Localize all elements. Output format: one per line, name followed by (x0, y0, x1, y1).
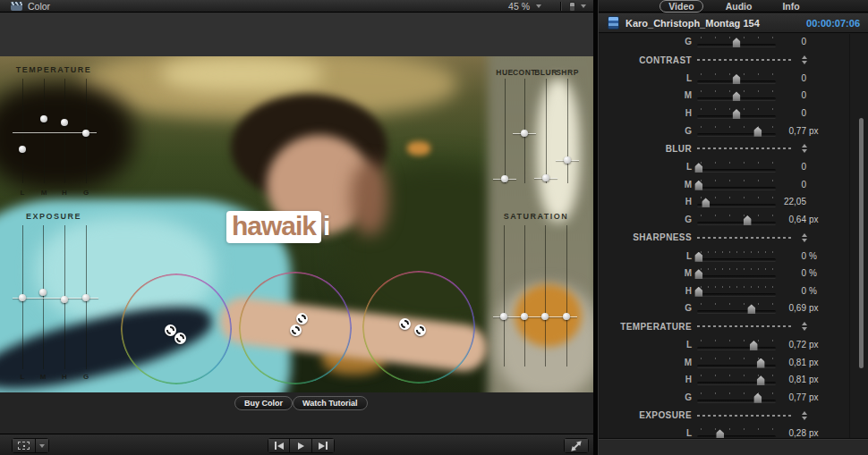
param-value[interactable]: 0,81 (776, 375, 806, 384)
slider-thumb[interactable] (694, 163, 702, 173)
transform-tool-button[interactable] (12, 438, 36, 453)
exposure-handle[interactable] (39, 289, 47, 296)
temperature-handle[interactable] (40, 115, 47, 122)
fullscreen-button[interactable] (564, 438, 589, 453)
color-puck-handle[interactable] (290, 324, 302, 336)
exposure-handle[interactable] (82, 294, 89, 301)
param-value[interactable]: 0,81 (776, 358, 806, 367)
temperature-handle[interactable] (61, 119, 68, 126)
temperature-handle[interactable] (19, 146, 26, 153)
watch-tutorial-button[interactable]: Watch Tutorial (293, 396, 368, 410)
color-puck-handle[interactable] (399, 318, 411, 330)
saturation-handle[interactable] (500, 313, 507, 320)
hue-strip-handle[interactable] (521, 130, 528, 137)
slider-thumb[interactable] (747, 304, 755, 314)
param-slider[interactable] (697, 338, 776, 351)
param-value[interactable]: 0 (776, 286, 806, 296)
saturation-handle[interactable] (521, 313, 528, 320)
saturation-handle[interactable] (563, 313, 570, 320)
section-stepper-icon[interactable] (802, 55, 807, 64)
param-slider[interactable] (697, 266, 776, 280)
param-slider[interactable] (697, 88, 776, 102)
hue-strip-handle[interactable] (542, 174, 549, 181)
param-value[interactable]: 0 (776, 73, 806, 83)
param-slider[interactable] (697, 284, 776, 298)
buy-color-button[interactable]: Buy Color (234, 396, 293, 410)
param-value[interactable]: 0 (776, 268, 806, 278)
param-section-header[interactable]: TEMPERATURE (599, 317, 868, 336)
slider-thumb[interactable] (694, 269, 702, 279)
param-slider[interactable] (697, 35, 776, 48)
param-value[interactable]: 0,77 (776, 392, 806, 402)
param-value[interactable]: 0 (776, 90, 806, 100)
slider-thumb[interactable] (733, 74, 741, 84)
clip-timecode[interactable]: 00:00:07:06 (806, 18, 860, 29)
param-slider[interactable] (697, 195, 776, 208)
param-slider[interactable] (697, 249, 776, 263)
slider-thumb[interactable] (757, 375, 765, 385)
param-slider[interactable] (697, 373, 776, 386)
previous-frame-button[interactable] (268, 438, 290, 453)
param-slider[interactable] (697, 124, 776, 138)
param-slider[interactable] (697, 160, 776, 173)
hue-strip-handle[interactable] (564, 156, 571, 164)
slider-thumb[interactable] (702, 198, 710, 207)
param-slider[interactable] (697, 426, 776, 438)
scrollbar-thumb[interactable] (859, 118, 864, 368)
slider-thumb[interactable] (733, 38, 741, 47)
color-puck-handle[interactable] (165, 324, 176, 336)
tab-video[interactable]: Video (660, 0, 702, 13)
play-button[interactable] (290, 438, 312, 453)
slider-thumb[interactable] (694, 252, 702, 262)
tab-audio[interactable]: Audio (718, 1, 761, 12)
color-puck-handle[interactable] (296, 313, 308, 324)
param-value[interactable]: 0 (776, 108, 806, 118)
param-value[interactable]: 0,64 (776, 215, 806, 224)
param-slider[interactable] (697, 301, 776, 315)
param-slider[interactable] (697, 213, 776, 226)
slider-thumb[interactable] (744, 215, 752, 225)
slider-thumb[interactable] (733, 109, 741, 119)
section-stepper-icon[interactable] (802, 144, 807, 153)
transform-tool-dropdown[interactable] (36, 438, 49, 453)
section-stepper-icon[interactable] (802, 233, 807, 242)
section-stepper-icon[interactable] (802, 411, 807, 420)
exposure-handle[interactable] (61, 296, 68, 303)
param-section-header[interactable]: BLUR (599, 139, 868, 158)
param-slider[interactable] (697, 178, 776, 191)
slider-thumb[interactable] (694, 181, 702, 190)
param-value[interactable]: 0,77 (776, 126, 806, 136)
param-value[interactable]: 0 (776, 251, 806, 261)
next-frame-button[interactable] (312, 438, 335, 453)
slider-thumb[interactable] (757, 358, 765, 368)
slider-thumb[interactable] (753, 393, 762, 403)
param-section-header[interactable]: EXPOSURE (599, 406, 868, 425)
param-slider[interactable] (697, 356, 776, 369)
section-stepper-icon[interactable] (802, 322, 807, 331)
param-slider[interactable] (697, 391, 776, 404)
param-value[interactable]: 0 (776, 162, 806, 172)
param-value[interactable]: 0 (776, 37, 806, 46)
view-options-dropdown[interactable] (569, 0, 586, 13)
exposure-handle[interactable] (19, 294, 26, 301)
param-value[interactable]: 0,69 (776, 303, 806, 313)
param-slider[interactable] (697, 106, 776, 120)
saturation-handle[interactable] (541, 313, 549, 320)
param-value[interactable]: 0,72 (776, 340, 806, 350)
color-puck-handle[interactable] (414, 324, 426, 336)
param-slider[interactable] (697, 72, 776, 85)
slider-thumb[interactable] (753, 127, 762, 137)
temperature-handle[interactable] (82, 130, 89, 137)
param-value[interactable]: 22,05 (776, 197, 806, 206)
slider-thumb[interactable] (694, 287, 702, 297)
slider-thumb[interactable] (750, 341, 758, 350)
zoom-level-dropdown[interactable]: 45 % (508, 0, 541, 13)
param-section-header[interactable]: SHARPNESS (599, 228, 868, 247)
slider-thumb[interactable] (733, 91, 741, 101)
tab-info[interactable]: Info (774, 1, 807, 12)
param-section-header[interactable]: CONTRAST (599, 51, 868, 70)
param-value[interactable]: 0 (776, 180, 806, 190)
color-puck-handle[interactable] (174, 333, 186, 344)
hue-strip-handle[interactable] (501, 175, 508, 182)
slider-thumb[interactable] (716, 429, 724, 438)
